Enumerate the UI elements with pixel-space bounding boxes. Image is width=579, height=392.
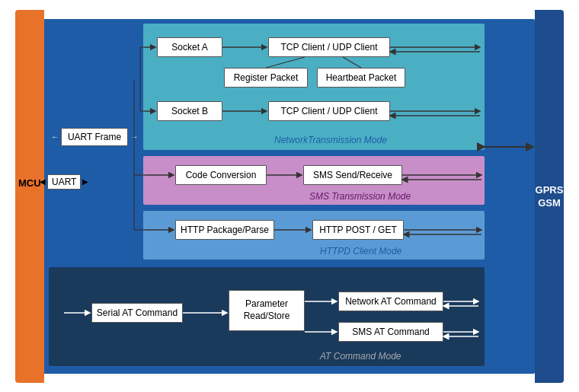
outer-container: GPRS GSM MCU ◀ UART ▶ ← UART Frame → Net…	[0, 0, 579, 392]
socket-a-box: Socket A	[157, 37, 222, 57]
sms-send-receive-box: SMS Send/Receive	[303, 165, 402, 185]
uart-label: UART	[47, 174, 81, 190]
http-post-get-box: HTTP POST / GET	[312, 220, 404, 240]
uart-box: ◀ UART ▶	[40, 174, 88, 190]
register-packet-box: Register Packet	[224, 68, 308, 88]
right-blue-bar: GPRS GSM	[535, 10, 564, 383]
http-mode-label: HTTPD Client Mode	[320, 246, 401, 257]
serial-at-command-box: Serial AT Command	[91, 303, 183, 323]
heartbeat-packet-box: Heartbeat Packet	[317, 68, 405, 88]
network-mode-label: NetworkTransmission Mode	[274, 135, 387, 145]
http-package-box: HTTP Package/Parse	[175, 220, 274, 240]
mcu-label: MCU	[18, 177, 41, 189]
uart-frame-box: UART Frame	[61, 128, 128, 146]
left-orange-bar	[15, 10, 44, 383]
uart-frame-section: ← UART Frame →	[49, 19, 140, 255]
code-conversion-box: Code Conversion	[175, 165, 267, 185]
tcp-udp-a-box: TCP Client / UDP Client	[268, 37, 390, 57]
gsm-label: GSM	[538, 197, 561, 209]
tcp-udp-b-box: TCP Client / UDP Client	[268, 101, 390, 121]
gprs-label: GPRS	[536, 184, 564, 196]
network-at-command-box: Network AT Command	[338, 292, 443, 311]
sms-mode-label: SMS Transmission Mode	[309, 191, 411, 202]
parameter-read-store-box: Parameter Read/Store	[229, 290, 305, 331]
socket-b-box: Socket B	[157, 101, 222, 121]
diagram-wrap: GPRS GSM MCU ◀ UART ▶ ← UART Frame → Net…	[15, 10, 564, 383]
sms-at-command-box: SMS AT Command	[338, 322, 443, 342]
at-mode-label: AT Command Mode	[320, 351, 401, 362]
